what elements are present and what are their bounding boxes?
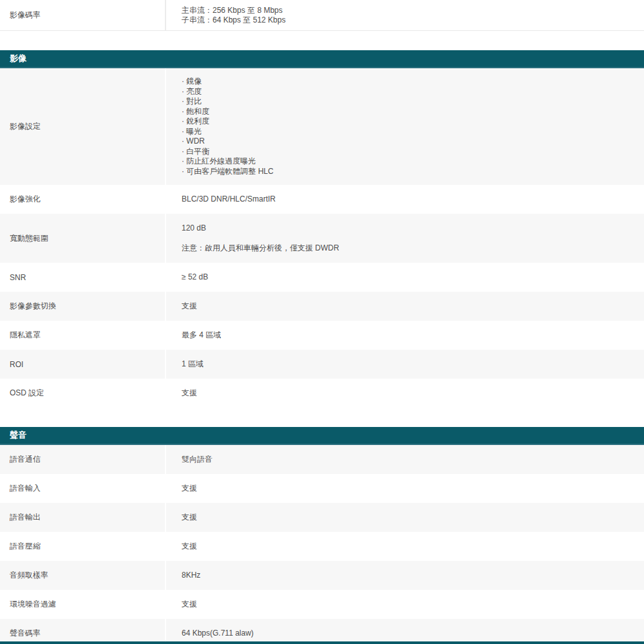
spec-value-line: 支援 — [182, 388, 644, 398]
spec-row: 語音輸出支援 — [0, 503, 644, 532]
spec-row: SNR≥ 52 dB — [0, 263, 644, 292]
spec-note-line: 注意：啟用人員和車輛分析後，僅支援 DWDR — [182, 243, 644, 253]
section-header-partial — [0, 641, 644, 644]
spec-value: BLC/3D DNR/HLC/SmartIR — [166, 185, 644, 214]
spec-bullet-item: 防止紅外線過度曝光 — [182, 156, 644, 167]
spec-row: 影像強化BLC/3D DNR/HLC/SmartIR — [0, 185, 644, 214]
spec-value-line: 子串流：64 Kbps 至 512 Kbps — [182, 15, 644, 25]
spec-value-line: 64 Kbps(G.711 alaw) — [182, 629, 644, 638]
spec-section: 影像影像設定鏡像亮度對比飽和度銳利度曝光WDR白平衡防止紅外線過度曝光可由客戶端… — [0, 50, 644, 408]
spec-label: OSD 設定 — [0, 379, 166, 408]
spec-value-line: 雙向語音 — [182, 455, 644, 464]
spec-value: 支援 — [166, 532, 644, 561]
spec-value: 120 dB注意：啟用人員和車輛分析後，僅支援 DWDR — [166, 214, 644, 263]
spec-value-line: 8KHz — [182, 571, 644, 580]
spec-row: 語音壓縮支援 — [0, 532, 644, 561]
spec-value: 8KHz — [166, 561, 644, 590]
spec-bullet-item: WDR — [182, 137, 644, 147]
spec-label: SNR — [0, 263, 166, 292]
spec-row: ROI1 區域 — [0, 350, 644, 379]
spec-bullet-item: 可由客戶端軟體調整 HLC — [182, 167, 644, 177]
spec-value: 主串流：256 Kbps 至 8 Mbps 子串流：64 Kbps 至 512 … — [166, 1, 644, 30]
spec-label: 影像設定 — [0, 68, 166, 185]
spec-row: 隱私遮罩最多 4 區域 — [0, 321, 644, 350]
spec-value-line: 支援 — [182, 301, 644, 311]
spec-value-list: 鏡像亮度對比飽和度銳利度曝光WDR白平衡防止紅外線過度曝光可由客戶端軟體調整 H… — [166, 68, 644, 185]
spec-bullet-item: 鏡像 — [182, 77, 644, 87]
spec-value: 64 Kbps(G.711 alaw) — [166, 619, 644, 644]
spec-sheet-page: 影像碼率 主串流：256 Kbps 至 8 Mbps 子串流：64 Kbps 至… — [0, 0, 644, 644]
spec-bullet-item: 亮度 — [182, 87, 644, 97]
spec-value-line: 支援 — [182, 513, 644, 522]
spec-value-line: 120 dB — [182, 223, 644, 233]
spec-value-line: 支援 — [182, 542, 644, 551]
spec-row: 寬動態範圍120 dB注意：啟用人員和車輛分析後，僅支援 DWDR — [0, 214, 644, 263]
spec-label: 影像碼率 — [0, 0, 166, 30]
spec-row: 語音通信雙向語音 — [0, 445, 644, 474]
spec-value: 支援 — [166, 474, 644, 503]
spec-sections: 影像影像設定鏡像亮度對比飽和度銳利度曝光WDR白平衡防止紅外線過度曝光可由客戶端… — [0, 50, 644, 644]
spec-value-line: 1 區域 — [182, 359, 644, 369]
section-header: 影像 — [0, 50, 644, 68]
spec-row: 聲音碼率64 Kbps(G.711 alaw) — [0, 619, 644, 644]
section-title: 影像 — [10, 53, 26, 64]
spec-value: ≥ 52 dB — [166, 263, 644, 292]
section-title: 聲音 — [10, 430, 26, 441]
spec-label: 聲音碼率 — [0, 619, 166, 644]
spec-row: 影像參數切換支援 — [0, 292, 644, 321]
spec-label: 環境噪音過濾 — [0, 590, 166, 619]
spec-label: 影像參數切換 — [0, 292, 166, 321]
spec-label: 語音輸入 — [0, 474, 166, 503]
spec-value: 雙向語音 — [166, 445, 644, 474]
spec-label: 寬動態範圍 — [0, 214, 166, 263]
spec-bullet-item: 銳利度 — [182, 117, 644, 127]
spec-row: 影像設定鏡像亮度對比飽和度銳利度曝光WDR白平衡防止紅外線過度曝光可由客戶端軟體… — [0, 68, 644, 185]
spec-row-bitrate: 影像碼率 主串流：256 Kbps 至 8 Mbps 子串流：64 Kbps 至… — [0, 0, 644, 31]
spec-row: 音頻取樣率8KHz — [0, 561, 644, 590]
spec-value: 1 區域 — [166, 350, 644, 379]
spec-label: 隱私遮罩 — [0, 321, 166, 350]
spec-value-line: ≥ 52 dB — [182, 272, 644, 282]
spec-value-line: 支援 — [182, 600, 644, 609]
spec-label: 語音通信 — [0, 445, 166, 474]
section-header: 聲音 — [0, 427, 644, 445]
spec-value: 支援 — [166, 379, 644, 408]
section-rows: 語音通信雙向語音語音輸入支援語音輸出支援語音壓縮支援音頻取樣率8KHz環境噪音過… — [0, 445, 644, 644]
spec-label: 語音壓縮 — [0, 532, 166, 561]
spec-bullet-item: 對比 — [182, 97, 644, 107]
spec-value-line: 主串流：256 Kbps 至 8 Mbps — [182, 6, 644, 15]
spec-bullet-item: 白平衡 — [182, 147, 644, 157]
spec-value-line: BLC/3D DNR/HLC/SmartIR — [182, 194, 644, 204]
spec-label: 語音輸出 — [0, 503, 166, 532]
spec-bullet-item: 曝光 — [182, 127, 644, 137]
spec-value-line: 最多 4 區域 — [182, 330, 644, 340]
spec-value: 最多 4 區域 — [166, 321, 644, 350]
spec-value: 支援 — [166, 503, 644, 532]
spec-label: ROI — [0, 350, 166, 379]
spec-row: 環境噪音過濾支援 — [0, 590, 644, 619]
spec-section: 聲音語音通信雙向語音語音輸入支援語音輸出支援語音壓縮支援音頻取樣率8KHz環境噪… — [0, 427, 644, 644]
spec-label: 音頻取樣率 — [0, 561, 166, 590]
spec-value: 支援 — [166, 590, 644, 619]
spec-row: OSD 設定支援 — [0, 379, 644, 408]
spec-value-line: 支援 — [182, 484, 644, 493]
spec-label: 影像強化 — [0, 185, 166, 214]
spec-row: 語音輸入支援 — [0, 474, 644, 503]
spec-bullet-item: 飽和度 — [182, 107, 644, 117]
spec-value: 支援 — [166, 292, 644, 321]
section-rows: 影像設定鏡像亮度對比飽和度銳利度曝光WDR白平衡防止紅外線過度曝光可由客戶端軟體… — [0, 68, 644, 408]
